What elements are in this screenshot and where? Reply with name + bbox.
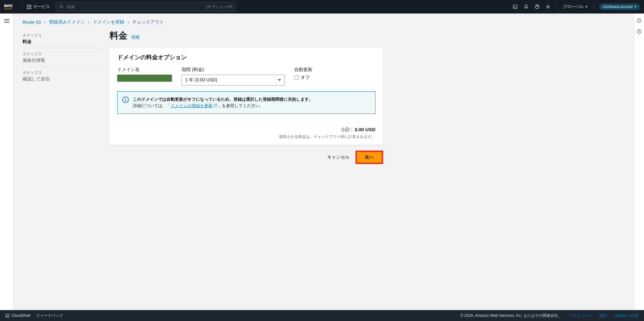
tax-note: 適用される税金は、チェックアウト時に計算されます。 — [117, 134, 375, 140]
breadcrumb: Route 53 › 登録済みドメイン › ドメインを登録 › チェックアウト — [23, 19, 625, 25]
top-nav: aws サービス [オプション+S] グローバル▼ nishikawa.kosu… — [0, 0, 644, 14]
domain-name-redacted — [117, 75, 172, 82]
autorenew-checkbox[interactable] — [294, 75, 299, 80]
page-title: 料金 — [109, 30, 128, 42]
nav-divider — [557, 3, 557, 10]
breadcrumb-route53[interactable]: Route 53 — [23, 20, 41, 25]
renew-registration-link[interactable]: ドメインの登録を更新 — [171, 103, 218, 108]
wizard-nav: ステップ 1 料金 ステップ 2 連絡先情報 ステップ 3 確認して送信 — [23, 30, 100, 164]
chevron-right-icon: › — [88, 20, 90, 25]
help-icon[interactable] — [532, 2, 543, 12]
breadcrumb-registered-domains[interactable]: 登録済みドメイン — [49, 19, 85, 25]
info-alert: このドメインでは自動更新がオフになっているため、登録は選択した登録期間後に失効し… — [117, 91, 375, 114]
wizard-step-contact[interactable]: ステップ 2 連絡先情報 — [23, 48, 100, 67]
nav-search-box[interactable]: [オプション+S] — [56, 2, 236, 11]
nav-divider — [22, 3, 22, 10]
search-hint: [オプション+S] — [206, 4, 232, 10]
right-rail — [634, 14, 644, 310]
domain-name-field: ドメイン名 — [117, 67, 172, 86]
chevron-right-icon: › — [128, 20, 129, 25]
info-panel-icon[interactable] — [637, 18, 642, 23]
nav-divider — [594, 3, 594, 10]
subtotal-value: 3.00 USD — [355, 127, 375, 132]
svg-point-6 — [125, 98, 126, 98]
notifications-icon[interactable] — [521, 2, 532, 12]
svg-rect-2 — [513, 5, 517, 9]
totals: 小計: 3.00 USD 適用される税金は、チェックアウト時に計算されます。 — [109, 122, 383, 145]
grid-icon — [27, 5, 31, 9]
period-field: 期間 (料金) 1 年 (3.00 USD) — [182, 67, 285, 86]
svg-point-4 — [547, 6, 549, 7]
services-menu-button[interactable]: サービス — [25, 3, 52, 11]
chevron-right-icon: › — [44, 20, 46, 25]
subtotal-label: 小計: — [341, 127, 352, 132]
menu-toggle-icon[interactable] — [4, 18, 9, 24]
svg-rect-7 — [125, 99, 126, 101]
external-link-icon — [214, 103, 218, 109]
chevron-down-icon — [278, 79, 281, 81]
cloudshell-icon[interactable] — [510, 2, 521, 12]
alert-detail: 詳細については、「ドメインの登録を更新 」を参照してください。 — [133, 103, 313, 109]
recent-icon[interactable] — [637, 29, 642, 34]
svg-point-0 — [60, 5, 62, 8]
period-select[interactable]: 1 年 (3.00 USD) — [182, 75, 285, 86]
action-buttons: キャンセル 次へ — [109, 151, 383, 164]
info-link[interactable]: 情報 — [131, 34, 140, 40]
left-collapse-bar — [0, 14, 14, 310]
search-icon — [59, 5, 64, 9]
user-menu[interactable]: nishikawa.kosuke▼ — [599, 4, 640, 10]
wizard-step-review[interactable]: ステップ 3 確認して送信 — [23, 67, 100, 85]
aws-logo[interactable]: aws — [4, 3, 13, 10]
next-button-highlight: 次へ — [355, 151, 383, 164]
svg-point-9 — [639, 20, 639, 20]
autorenew-field: 自動更新 オフ — [294, 67, 312, 86]
next-button[interactable]: 次へ — [357, 152, 382, 163]
services-label: サービス — [33, 4, 50, 10]
breadcrumb-register-domain[interactable]: ドメインを登録 — [93, 19, 124, 25]
settings-icon[interactable] — [543, 2, 554, 12]
alert-title: このドメインでは自動更新がオフになっているため、登録は選択した登録期間後に失効し… — [133, 96, 313, 103]
breadcrumb-current: チェックアウト — [132, 19, 164, 25]
region-selector[interactable]: グローバル▼ — [560, 4, 591, 10]
autorenew-off-label: オフ — [301, 75, 310, 80]
panel-header: ドメインの料金オプション — [109, 48, 383, 61]
wizard-step-pricing[interactable]: ステップ 1 料金 — [23, 30, 100, 48]
info-icon — [122, 96, 129, 109]
svg-line-1 — [62, 7, 63, 9]
cancel-button[interactable]: キャンセル — [326, 152, 351, 162]
nav-search-input[interactable] — [66, 5, 189, 9]
pricing-panel: ドメインの料金オプション ドメイン名 期間 (料金) 1 年 (3.00 USD… — [109, 48, 383, 145]
